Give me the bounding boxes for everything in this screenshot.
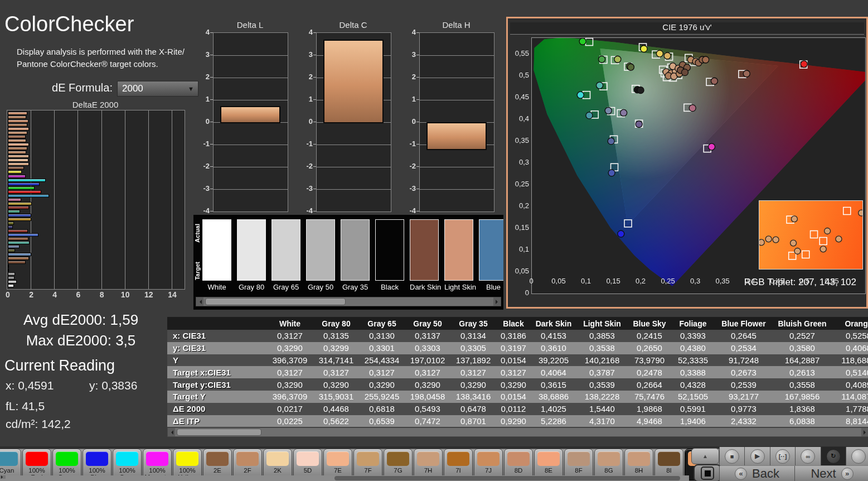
measured-point	[689, 105, 696, 112]
table-cell: 0,3127	[405, 368, 450, 377]
patch-chip	[297, 451, 319, 466]
table-cell: 5,2286	[531, 416, 576, 426]
continuous-button[interactable]: ∞	[795, 447, 820, 465]
patch-chip	[0, 451, 18, 466]
pattern-window-button[interactable]	[694, 464, 721, 481]
patch-label: 8E	[535, 467, 562, 474]
table-cell: 0,0217	[266, 404, 313, 413]
table-cell: 0,5140	[832, 368, 868, 377]
swatch-scrollbar-thumb[interactable]	[205, 298, 346, 305]
patch-label: 8H	[625, 467, 653, 474]
measured-point	[641, 46, 647, 52]
y-tick-label: 3	[196, 50, 210, 59]
y-tick-mark	[313, 189, 316, 189]
table-row: Target x:CIE310,31270,31270,31270,31270,…	[167, 366, 868, 378]
gridline	[317, 167, 391, 167]
de-bar	[8, 194, 49, 198]
range-icon: [··]	[775, 449, 790, 464]
continuous-icon: ∞	[801, 449, 815, 464]
de-bar	[8, 175, 26, 178]
table-cell: 0,2527	[773, 331, 832, 340]
column-header: Light Skin	[576, 319, 628, 328]
de-bar	[8, 198, 21, 201]
patch-scrollbar[interactable]	[0, 475, 689, 481]
stop-button[interactable]: ■	[719, 447, 744, 465]
table-cell: 0,3130	[359, 331, 405, 340]
table-cell: 93,2177	[715, 392, 773, 401]
de-bar	[8, 166, 24, 170]
y-tick-mark	[416, 77, 419, 78]
table-cell: 1,7788	[832, 404, 868, 413]
y-tick-mark	[210, 122, 213, 122]
table-cell: 0,2650	[628, 343, 671, 353]
current-fl-readout: fL: 41,5	[6, 400, 45, 413]
table-cell: 0,3388	[671, 368, 715, 377]
scroll-left-icon[interactable]	[168, 428, 175, 436]
table-cell: 314,7141	[313, 355, 359, 365]
y-tick-mark	[416, 189, 419, 189]
range-button[interactable]: [··]	[770, 447, 795, 465]
back-button[interactable]: « Back	[719, 466, 794, 481]
scroll-right-icon[interactable]	[493, 297, 501, 306]
table-cell: 0,5991	[671, 404, 715, 413]
table-cell: 0,2539	[715, 380, 773, 389]
refresh-button[interactable]: ↻	[821, 447, 846, 465]
de-bar	[8, 218, 31, 221]
scroll-right-icon[interactable]	[0, 475, 6, 479]
table-scrollbar[interactable]	[167, 427, 868, 437]
y-tick-mark	[313, 211, 316, 211]
y-tick-label: 2	[299, 73, 313, 81]
y-tick-mark	[416, 144, 419, 145]
deltae2000-chart-title: DeltaE 2000	[7, 100, 184, 109]
table-cell: 0,6478	[450, 404, 496, 413]
scroll-right-icon[interactable]	[861, 428, 868, 436]
delta-bar	[220, 106, 280, 123]
swatch-light-skin: Light Skin	[444, 219, 473, 292]
table-cell: 0,3301	[359, 343, 405, 353]
y-tick-label: 4	[403, 28, 416, 36]
table-cell: 167,9856	[773, 392, 832, 401]
de-formula-dropdown[interactable]: 2000 ▼	[117, 81, 198, 97]
x-tick-label: 0,25	[661, 277, 675, 285]
patch-scrollbar-thumb[interactable]	[334, 476, 680, 480]
swatch-label: Gray 65	[271, 283, 300, 291]
swatch-chip	[410, 219, 439, 281]
y-tick-label: 3	[403, 50, 416, 59]
patch-chip	[357, 451, 379, 466]
table-cell: 1,9406	[671, 416, 715, 426]
colorchecker-screen: ColorChecker Display analysis is perform…	[0, 0, 868, 481]
collapse-up-button[interactable]: ▲	[691, 448, 719, 464]
y-tick-label: 0,5	[510, 71, 529, 79]
row-label: ΔE 2000	[167, 404, 266, 413]
table-scrollbar-thumb[interactable]	[177, 429, 261, 436]
y-tick-mark	[416, 99, 419, 100]
y-tick-mark	[210, 99, 213, 100]
table-cell: 0,2664	[628, 380, 671, 389]
description-line1: Display analysis is performed with the X…	[17, 47, 185, 56]
x-tick-label: 4	[52, 290, 57, 299]
table-cell: 0,2645	[715, 331, 773, 340]
play-button[interactable]: ▶	[744, 447, 769, 465]
swatch-scrollbar[interactable]	[196, 297, 501, 306]
table-cell: 0,3538	[576, 343, 628, 353]
deltae2000-bar-chart	[7, 110, 185, 290]
blank-button[interactable]	[846, 447, 868, 465]
avg-de2000-readout: Avg dE2000: 1,59	[0, 311, 162, 329]
next-button[interactable]: Next »	[794, 466, 868, 481]
table-cell: 73,9790	[628, 355, 671, 365]
table-row: Target y:CIE310,32900,32900,32900,32900,…	[167, 378, 868, 391]
de-bar	[8, 233, 38, 237]
y-tick-label: -3	[196, 184, 210, 193]
x-tick-label: 0	[6, 290, 10, 299]
scroll-left-icon[interactable]	[196, 297, 203, 306]
y-tick-mark	[210, 32, 213, 33]
delta-bar	[323, 40, 384, 123]
y-tick-mark	[210, 55, 213, 55]
swatch-chip	[479, 219, 503, 281]
max-de2000-readout: Max dE2000: 3,5	[0, 332, 162, 349]
table-row: ΔE 20000,02170,44680,68180,54930,64780,0…	[167, 403, 868, 415]
y-tick-label: 0,15	[510, 223, 529, 232]
de-bar	[8, 127, 29, 131]
measured-point	[637, 87, 644, 94]
table-cell: 38,6886	[531, 392, 576, 401]
